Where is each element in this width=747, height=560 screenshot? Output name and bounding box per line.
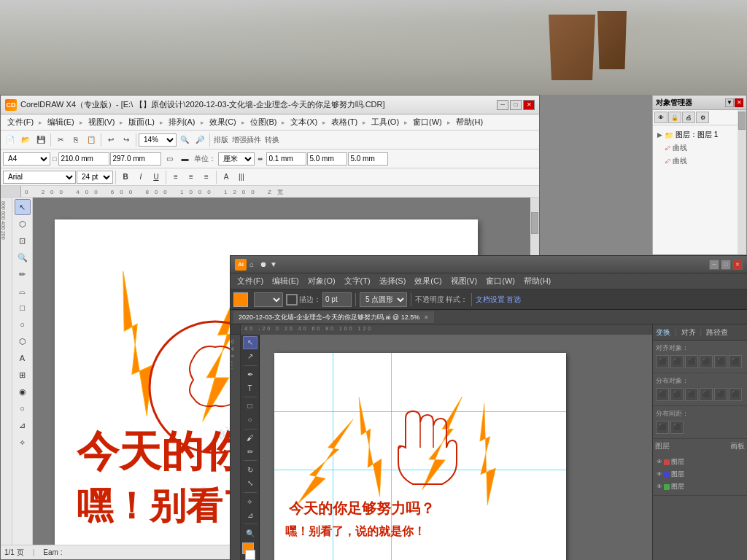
ai-panel-tab-path[interactable]: 路径查 (706, 327, 728, 338)
cdr-menu-tools[interactable]: 工具(O) (368, 116, 403, 128)
ai-menu-edit[interactable]: 编辑(E) (268, 275, 303, 287)
cdr-copy-btn[interactable]: ⎘ (69, 133, 83, 147)
cdr-height-input[interactable] (110, 152, 161, 166)
obj-manager-settings-btn[interactable]: ⚙ (696, 112, 709, 123)
ai-dropdown-icon[interactable]: ▼ (270, 260, 277, 268)
ai-tab-close-btn[interactable]: ✕ (424, 314, 429, 321)
obj-manager-curve-1[interactable]: 🖊 曲线 (656, 141, 743, 155)
ai-space-h-btn[interactable]: ⬛ (656, 421, 669, 434)
ai-panel-tab-align[interactable]: 对齐 (681, 327, 696, 338)
cdr-menu-edit[interactable]: 编辑(E) (44, 116, 78, 128)
ai-align-right-btn[interactable]: ⬛ (685, 355, 698, 368)
cdr-rect-tool[interactable]: □ (15, 300, 31, 316)
ai-background-color[interactable] (245, 550, 255, 560)
cdr-menu-layout[interactable]: 版面(L) (125, 116, 158, 128)
obj-manager-scroll-thumb[interactable] (738, 112, 746, 130)
obj-manager-controls[interactable]: ▼ ✕ (725, 98, 743, 107)
cdr-eyedropper-tool[interactable]: ⊿ (15, 417, 31, 433)
cdr-menu-effects[interactable]: 效果(C) (206, 116, 240, 128)
ai-layer-item-2[interactable]: 👁 图层 (655, 468, 745, 481)
obj-manager-curve-2[interactable]: 🖊 曲线 (656, 155, 743, 168)
ai-pencil-tool[interactable]: ✏ (243, 445, 258, 458)
ai-dist-center-h-btn[interactable]: ⬛ (670, 388, 684, 401)
cdr-pos-y-input[interactable] (348, 152, 388, 166)
obj-manager-lock-btn[interactable]: 🔒 (668, 112, 681, 123)
ai-stroke-input[interactable] (322, 292, 352, 307)
ai-align-left-btn[interactable]: ⬛ (656, 355, 669, 368)
cdr-align-left-btn[interactable]: ≡ (169, 170, 183, 184)
ai-menu-object[interactable]: 对象(O) (304, 275, 339, 287)
ai-dist-center-v-btn[interactable]: ⬛ (714, 388, 727, 401)
cdr-shape-tool[interactable]: ⬡ (15, 216, 31, 232)
cdr-open-btn[interactable]: 📂 (18, 133, 33, 147)
ai-menu-select[interactable]: 选择(S) (376, 275, 410, 287)
cdr-table-tool[interactable]: ⊞ (15, 367, 31, 383)
cdr-menu-window[interactable]: 窗口(W) (409, 116, 446, 128)
cdr-zoom-out-btn[interactable]: 🔎 (193, 133, 207, 147)
obj-manager-menu-btn[interactable]: ▼ (725, 98, 734, 107)
cdr-toolbar-btn-convert[interactable]: 转换 (263, 135, 281, 145)
obj-manager-print-btn[interactable]: 🖨 (682, 112, 695, 123)
cdr-fill-tool[interactable]: ◉ (15, 384, 31, 400)
cdr-zoom-combo[interactable]: 14%25%50%100% (139, 133, 177, 147)
cdr-toolbar-btn-plugin[interactable]: 增强插件 (231, 135, 263, 145)
cdr-align-right-btn[interactable]: ≡ (199, 170, 214, 184)
ai-shape-combo[interactable]: 5 点圆形 (360, 292, 407, 307)
cdr-select-tool[interactable]: ↖ (15, 199, 31, 215)
obj-manager-close-btn[interactable]: ✕ (735, 98, 743, 107)
cdr-text-tool[interactable]: A (15, 350, 31, 366)
cdr-menu-text[interactable]: 文本(X) (287, 116, 321, 128)
cdr-cut-btn[interactable]: ✂ (53, 133, 68, 147)
cdr-zoom-in-btn[interactable]: 🔍 (177, 133, 192, 147)
cdr-smart-draw-tool[interactable]: ⌓ (15, 283, 31, 299)
cdr-polygon-tool[interactable]: ⬡ (15, 333, 31, 349)
obj-manager-show-all-btn[interactable]: 👁 (654, 112, 667, 123)
cdr-font-combo[interactable]: Arial (3, 171, 76, 184)
cdr-unit-combo[interactable]: 厘米 (218, 152, 255, 166)
ai-dist-bottom-btn[interactable]: ⬛ (729, 388, 742, 401)
ai-blend-tool[interactable]: ⟡ (243, 495, 258, 508)
ai-dist-right-btn[interactable]: ⬛ (685, 388, 698, 401)
ai-scale-tool[interactable]: ⤡ (243, 477, 258, 490)
cdr-interactive-tool[interactable]: ⟡ (15, 434, 31, 450)
ai-first-btn[interactable]: 首选 (506, 295, 521, 305)
cdr-menu-view[interactable]: 视图(V) (85, 116, 119, 128)
ai-align-top-btn[interactable]: ⬛ (700, 355, 713, 368)
cdr-nudge-input[interactable] (266, 152, 306, 166)
cdr-menu-help[interactable]: 帮助(H) (452, 116, 487, 128)
ai-menu-file[interactable]: 文件(F) (233, 275, 267, 287)
ai-layer-item-3[interactable]: 👁 图层 (655, 481, 745, 493)
ai-panel-tab-transform[interactable]: 变换 (656, 327, 670, 338)
cdr-redo-btn[interactable]: ↪ (119, 133, 133, 147)
cdr-portrait-btn[interactable]: ▭ (162, 152, 177, 166)
ai-close-btn[interactable]: ✕ (732, 260, 743, 270)
ai-eyedropper-tool[interactable]: ⊿ (243, 508, 258, 521)
cdr-minimize-btn[interactable]: ─ (497, 100, 508, 110)
ai-win-controls[interactable]: ─ □ ✕ (709, 260, 743, 270)
ai-pen-tool[interactable]: ✒ (243, 368, 258, 381)
cdr-paste-btn[interactable]: 📋 (84, 133, 98, 147)
cdr-menu-table[interactable]: 表格(T) (328, 116, 361, 128)
ai-rotate-tool[interactable]: ↻ (243, 463, 258, 476)
ai-zoom-tool[interactable]: 🔍 (243, 526, 258, 540)
cdr-menu-file[interactable]: 文件(F) (4, 116, 37, 128)
ai-align-bottom-btn[interactable]: ⬛ (729, 355, 742, 368)
obj-manager-layer-item[interactable]: ▶ 📁 图层：图层 1 (656, 128, 743, 141)
ai-rect-tool[interactable]: □ (243, 400, 258, 413)
cdr-zoom-tool[interactable]: 🔍 (15, 249, 31, 265)
ai-minimize-btn[interactable]: ─ (709, 260, 719, 270)
cdr-char-spacing-btn[interactable]: ||| (234, 170, 249, 184)
cdr-text-format-btn[interactable]: A (219, 170, 233, 184)
ai-menu-window[interactable]: 窗口(W) (482, 275, 519, 287)
cdr-freehand-tool[interactable]: ✏ (15, 266, 31, 282)
ai-ellipse-tool[interactable]: ○ (243, 413, 258, 427)
cdr-align-center-btn[interactable]: ≡ (184, 170, 198, 184)
cdr-vscroll-thumb[interactable] (531, 212, 538, 234)
cdr-landscape-btn[interactable]: ▬ (177, 152, 192, 166)
cdr-pos-x-input[interactable] (307, 152, 347, 166)
ai-menu-effects[interactable]: 效果(C) (411, 275, 445, 287)
cdr-menu-bitmap[interactable]: 位图(B) (247, 116, 281, 128)
cdr-outline-tool[interactable]: ○ (15, 400, 31, 416)
cdr-italic-btn[interactable]: I (133, 170, 148, 184)
cdr-ellipse-tool[interactable]: ○ (15, 316, 31, 332)
